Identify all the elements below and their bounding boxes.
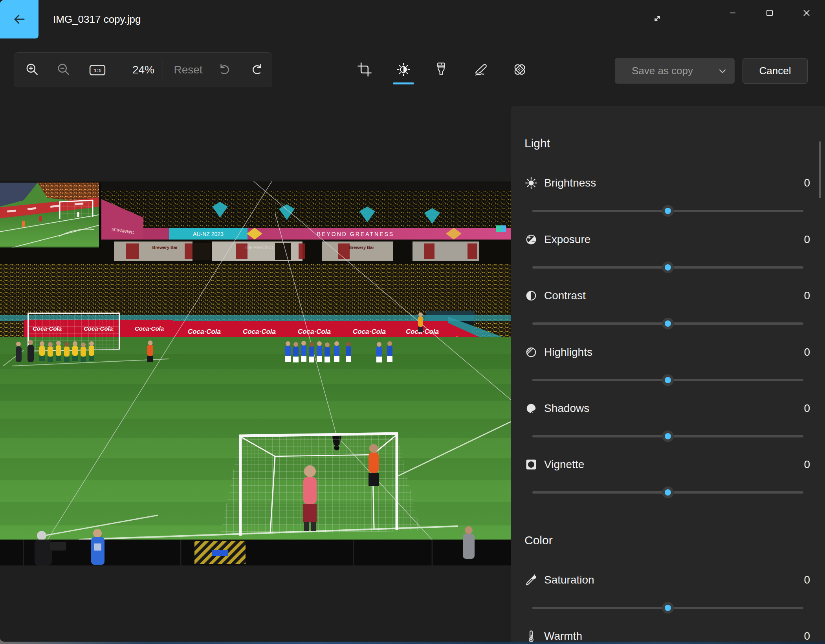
svg-text:THE PRECINCT: THE PRECINCT bbox=[245, 245, 274, 250]
contrast-label: Contrast bbox=[544, 289, 586, 302]
slider-row-exposure: Exposure 0 bbox=[524, 231, 810, 278]
actual-size-button[interactable]: 1:1 bbox=[86, 53, 109, 87]
highlights-slider[interactable] bbox=[532, 375, 803, 385]
warmth-value: 0 bbox=[804, 628, 810, 642]
redo-icon bbox=[249, 62, 266, 78]
vignette-label: Vignette bbox=[544, 458, 584, 471]
markup-pen-icon bbox=[472, 61, 489, 78]
svg-text:Coca·Cola: Coca·Cola bbox=[188, 328, 221, 335]
zoom-out-button[interactable] bbox=[55, 53, 73, 87]
exposure-slider[interactable] bbox=[532, 262, 803, 273]
maximize-icon bbox=[763, 7, 776, 19]
back-button[interactable] bbox=[0, 0, 38, 38]
close-icon bbox=[800, 7, 813, 19]
slider-thumb[interactable] bbox=[662, 602, 674, 614]
shadows-slider[interactable] bbox=[532, 431, 803, 441]
svg-text:Coca·Cola: Coca·Cola bbox=[243, 328, 276, 335]
svg-text:Coca·Cola: Coca·Cola bbox=[353, 328, 386, 335]
fullscreen-button[interactable] bbox=[645, 7, 669, 30]
slider-row-contrast: Contrast 0 bbox=[524, 287, 810, 334]
stadium-screen-inset bbox=[0, 183, 101, 248]
zoom-in-button[interactable] bbox=[24, 53, 42, 87]
svg-text:1:1: 1:1 bbox=[94, 68, 101, 73]
slider-thumb[interactable] bbox=[662, 487, 674, 498]
saturation-value: 0 bbox=[804, 571, 810, 589]
tab-adjustment[interactable] bbox=[391, 57, 416, 82]
crop-icon bbox=[356, 61, 373, 78]
contrast-slider[interactable] bbox=[532, 318, 803, 329]
shadows-label: Shadows bbox=[544, 402, 589, 415]
tab-markup[interactable] bbox=[468, 57, 493, 82]
minimize-button[interactable] bbox=[720, 3, 745, 23]
svg-text:Coca·Cola: Coca·Cola bbox=[135, 325, 164, 332]
slider-row-highlights: Highlights 0 bbox=[524, 344, 810, 391]
adjustment-sun-icon bbox=[395, 61, 412, 78]
slider-thumb[interactable] bbox=[662, 318, 674, 329]
zoom-out-icon bbox=[56, 62, 72, 78]
tab-retouch[interactable] bbox=[507, 57, 532, 82]
photo-canvas[interactable]: #FIFAWWC AU·NZ 2023 BEYOND GREATNESS bbox=[0, 181, 511, 565]
highlights-icon bbox=[524, 346, 538, 359]
vignette-slider[interactable] bbox=[532, 487, 803, 498]
slider-thumb[interactable] bbox=[662, 205, 674, 217]
brightness-label: Brightness bbox=[544, 177, 596, 189]
save-options-dropdown[interactable] bbox=[710, 58, 735, 84]
warmth-label: Warmth bbox=[544, 630, 582, 642]
close-button[interactable] bbox=[794, 3, 819, 23]
exposure-icon bbox=[524, 233, 538, 246]
retouch-bandage-icon bbox=[511, 61, 528, 78]
color-section-header: Color bbox=[524, 534, 553, 547]
svg-text:Brewery Bar: Brewery Bar bbox=[349, 245, 375, 250]
slider-row-vignette: Vignette 0 bbox=[524, 456, 810, 503]
near-goal bbox=[220, 434, 420, 536]
redo-button[interactable] bbox=[248, 53, 266, 87]
adjustment-panel: Light Brightness 0 bbox=[511, 106, 825, 642]
exposure-value: 0 bbox=[804, 231, 810, 248]
chevron-down-icon bbox=[717, 65, 728, 77]
slider-row-brightness: Brightness 0 bbox=[524, 174, 810, 221]
maximize-button[interactable] bbox=[757, 3, 782, 23]
svg-text:Brewery Bar: Brewery Bar bbox=[152, 245, 178, 250]
brightness-icon bbox=[524, 176, 538, 190]
highlights-label: Highlights bbox=[544, 346, 592, 359]
cancel-label: Cancel bbox=[759, 65, 791, 77]
save-as-copy-label: Save as copy bbox=[615, 65, 710, 77]
save-as-copy-button[interactable]: Save as copy bbox=[615, 58, 735, 84]
toolbar-divider bbox=[163, 60, 163, 80]
saturation-slider[interactable] bbox=[532, 603, 803, 613]
tab-filter[interactable] bbox=[429, 57, 454, 82]
zoom-toolbar: 1:1 24% Reset bbox=[14, 52, 272, 87]
warmth-icon bbox=[524, 629, 538, 642]
svg-text:BEYOND GREATNESS: BEYOND GREATNESS bbox=[317, 231, 394, 237]
zoom-percent: 24% bbox=[127, 53, 160, 87]
slider-row-shadows: Shadows 0 bbox=[524, 400, 810, 447]
zoom-in-icon bbox=[24, 62, 41, 78]
svg-text:Coca·Cola: Coca·Cola bbox=[298, 328, 331, 335]
brightness-value: 0 bbox=[804, 174, 810, 192]
slider-row-saturation: Saturation 0 bbox=[524, 571, 810, 618]
slider-thumb[interactable] bbox=[662, 374, 674, 386]
shadows-icon bbox=[524, 402, 538, 415]
saturation-label: Saturation bbox=[544, 574, 594, 586]
panel-scrollbar[interactable] bbox=[819, 141, 821, 198]
cancel-button[interactable]: Cancel bbox=[742, 58, 808, 84]
file-title: IMG_0317 copy.jpg bbox=[53, 0, 141, 38]
undo-button[interactable] bbox=[215, 53, 233, 87]
fullscreen-icon bbox=[649, 11, 665, 26]
slider-thumb[interactable] bbox=[662, 262, 674, 273]
vignette-icon bbox=[524, 458, 538, 471]
reset-button[interactable]: Reset bbox=[170, 53, 206, 87]
tab-crop[interactable] bbox=[352, 57, 377, 82]
slider-thumb[interactable] bbox=[662, 430, 674, 442]
saturation-icon bbox=[524, 573, 538, 587]
contrast-icon bbox=[524, 289, 538, 302]
selected-tab-indicator bbox=[393, 82, 414, 84]
svg-text:AU·NZ 2023: AU·NZ 2023 bbox=[193, 231, 224, 237]
exposure-label: Exposure bbox=[544, 233, 590, 246]
highlights-value: 0 bbox=[804, 344, 810, 361]
brightness-slider[interactable] bbox=[532, 206, 803, 216]
photos-app-window: IMG_0317 copy.jpg bbox=[0, 0, 825, 642]
minimize-icon bbox=[726, 7, 739, 19]
vignette-value: 0 bbox=[804, 456, 810, 473]
light-section-header: Light bbox=[524, 137, 550, 150]
